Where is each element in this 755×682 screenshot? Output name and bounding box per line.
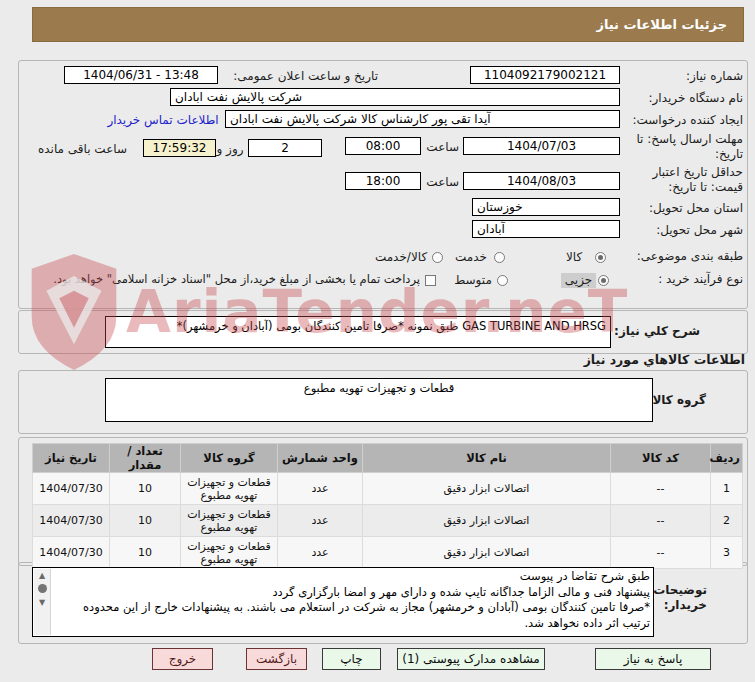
table-cell: 2	[711, 505, 743, 537]
need-number-value: 1104092179002121	[470, 66, 620, 84]
table-cell: قطعات و تجهیزات تهویه مطبوع	[181, 505, 278, 537]
radio-partial[interactable]	[598, 275, 609, 286]
scroll-thumb[interactable]	[38, 584, 47, 593]
goods-section-title: اطلاعات کالاهاي مورد نیاز	[584, 352, 745, 367]
radio-goods-service[interactable]	[432, 252, 443, 263]
table-cell: 10	[110, 505, 181, 537]
reply-deadline-hour-label: ساعت	[427, 140, 459, 155]
radio-partial-label: جزیی	[561, 273, 596, 288]
province-value: خوزستان	[472, 198, 620, 216]
col-need-date: تاریخ نیاز	[33, 444, 110, 473]
buyer-notes-text: طبق شرح تقاضا در پیوست پیشنهاد فنی و مال…	[53, 569, 650, 635]
reply-deadline-time: 08:00	[345, 137, 421, 155]
goods-table-body: 1--اتصالات ابزار دقیقعددقطعات و تجهیزات …	[33, 473, 743, 569]
treasury-checkbox-label: پرداخت تمام یا بخشی از مبلغ خرید،از محل …	[48, 272, 420, 287]
buyer-org-value: شرکت پالایش نفت ابادان	[170, 88, 620, 106]
table-cell: --	[611, 505, 711, 537]
reply-deadline-label: مهلت ارسال پاسخ: تا تاریخ:	[631, 132, 743, 162]
table-cell: اتصالات ابزار دقیق	[363, 505, 611, 537]
col-goods-name: نام کالا	[363, 444, 611, 473]
price-validity-label: حداقل تاریخ اعتبار قیمت: تا تاریخ:	[625, 165, 743, 195]
countdown-suffix-label: ساعت باقی مانده	[25, 142, 140, 157]
treasury-checkbox[interactable]	[425, 275, 436, 286]
scroll-up-icon[interactable]: ▲	[39, 571, 45, 581]
table-cell: 1404/07/30	[33, 505, 110, 537]
table-row[interactable]: 1--اتصالات ابزار دقیقعددقطعات و تجهیزات …	[33, 473, 743, 505]
province-label: استان محل تحویل:	[613, 201, 743, 216]
col-unit: واحد شمارش	[278, 444, 363, 473]
need-number-label: شماره نیاز:	[613, 69, 743, 84]
table-cell: 1404/07/30	[33, 537, 110, 569]
table-cell: عدد	[278, 473, 363, 505]
city-value: آبادان	[472, 220, 620, 238]
table-cell: اتصالات ابزار دقیق	[363, 473, 611, 505]
print-button[interactable]: چاپ	[322, 648, 381, 670]
table-cell: 3	[711, 537, 743, 569]
col-row: ردیف	[711, 444, 743, 473]
process-type-label: نوع فرآیند خرید :	[613, 272, 743, 287]
goods-table: ردیف کد کالا نام کالا واحد شمارش گروه کا…	[32, 443, 743, 569]
page-title: جزئیات اطلاعات نیاز	[32, 7, 744, 42]
table-header-row: ردیف کد کالا نام کالا واحد شمارش گروه کا…	[33, 444, 743, 473]
need-desc-label: شرح کلي نیاز:	[608, 324, 700, 339]
table-cell: عدد	[278, 505, 363, 537]
table-cell: 10	[110, 473, 181, 505]
countdown-days-label: روز و	[214, 142, 246, 157]
buyer-org-label: نام دستگاه خریدار:	[613, 91, 743, 106]
creator-label: ایجاد کننده درخواست:	[613, 113, 743, 128]
price-validity-hour-label: ساعت	[427, 175, 459, 190]
back-button[interactable]: بازگشت	[246, 648, 307, 670]
radio-goods[interactable]	[595, 252, 606, 263]
respond-to-need-button[interactable]: پاسخ به نیاز	[595, 648, 711, 670]
price-validity-time: 18:00	[345, 172, 421, 190]
goods-group-textarea[interactable]: قطعات و تجهیزات تهویه مطبوع	[105, 378, 653, 422]
notes-scrollbar[interactable]: ▲ ▼	[34, 569, 51, 635]
table-cell: --	[611, 473, 711, 505]
countdown-timer: 17:59:32	[143, 139, 216, 157]
city-label: شهر محل تحویل:	[613, 223, 743, 238]
buyer-contact-link[interactable]: اطلاعات تماس خریدار	[105, 113, 221, 127]
radio-medium[interactable]	[497, 275, 508, 286]
col-goods-group: گروه کالا	[181, 444, 278, 473]
col-goods-code: کد کالا	[611, 444, 711, 473]
countdown-days-value: 2	[248, 139, 322, 157]
need-desc-textarea[interactable]: GAS TURBINE AND HRSG طبق نمونه *صرفا تام…	[105, 316, 611, 348]
announce-datetime-label: تاریخ و ساعت اعلان عمومی:	[218, 69, 378, 84]
radio-goods-label: کالا	[556, 250, 592, 265]
price-validity-date: 1404/08/03	[463, 172, 620, 190]
view-attached-docs-button[interactable]: مشاهده مدارک پیوستی (1)	[397, 648, 545, 670]
reply-deadline-date: 1404/07/03	[463, 137, 620, 155]
category-label: طبقه بندی موضوعی:	[613, 249, 743, 264]
radio-medium-label: متوسط	[450, 273, 496, 288]
table-cell: 1404/07/30	[33, 473, 110, 505]
radio-goods-service-label: کالا/خدمت	[372, 250, 430, 265]
table-cell: اتصالات ابزار دقیق	[363, 537, 611, 569]
creator-value: آیدا تقی پور کارشناس کالا شرکت پالایش نف…	[225, 110, 620, 128]
radio-service-label: خدمت	[451, 250, 491, 265]
table-row[interactable]: 2--اتصالات ابزار دقیقعددقطعات و تجهیزات …	[33, 505, 743, 537]
table-cell: 10	[110, 537, 181, 569]
radio-service[interactable]	[494, 252, 505, 263]
table-cell: 1	[711, 473, 743, 505]
need-details-page: جزئیات اطلاعات نیاز شماره نیاز: 11040921…	[0, 0, 755, 682]
announce-datetime-value: 1404/06/31 - 13:48	[64, 66, 218, 84]
col-quantity: تعداد / مقدار	[110, 444, 181, 473]
buyer-notes-textarea[interactable]: ▲ ▼ طبق شرح تقاضا در پیوست پیشنهاد فنی و…	[32, 567, 654, 637]
table-row[interactable]: 3--اتصالات ابزار دقیقعددقطعات و تجهیزات …	[33, 537, 743, 569]
table-cell: قطعات و تجهیزات تهویه مطبوع	[181, 537, 278, 569]
table-cell: عدد	[278, 537, 363, 569]
scroll-down-icon[interactable]: ▼	[39, 598, 45, 608]
table-cell: قطعات و تجهیزات تهویه مطبوع	[181, 473, 278, 505]
table-cell: --	[611, 537, 711, 569]
exit-button[interactable]: خروج	[152, 648, 213, 670]
